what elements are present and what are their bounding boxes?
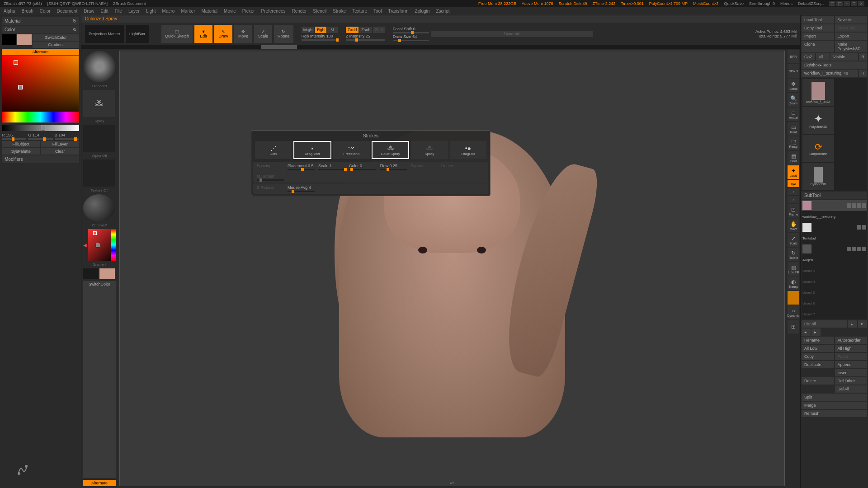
menu-zplugin[interactable]: Zplugin: [415, 9, 430, 14]
syspalette-button[interactable]: SysPalette: [2, 148, 40, 155]
window-btn-1[interactable]: ▢: [829, 1, 835, 6]
dynamic-button[interactable]: Dynamic: [431, 31, 593, 37]
alpha-thumbnail[interactable]: [83, 125, 115, 152]
menu-stencil[interactable]: Stencil: [313, 9, 326, 14]
rotate-button[interactable]: ↻Rotate: [274, 25, 293, 43]
tool-thumb-2[interactable]: ✦PolyMesh3D: [802, 107, 834, 134]
menu-marker[interactable]: Marker: [181, 9, 195, 14]
edit-button[interactable]: ▼Edit: [194, 25, 212, 43]
remesh-button[interactable]: Remesh: [802, 410, 867, 417]
zcut-button[interactable]: Zcut: [373, 27, 385, 33]
move-button[interactable]: ✥Move: [234, 25, 252, 43]
menu-draw[interactable]: Draw: [84, 9, 94, 14]
actual-button[interactable]: □Actual: [788, 108, 799, 121]
m-button[interactable]: M: [327, 27, 338, 33]
transp-button[interactable]: ◐Transp: [788, 277, 799, 290]
autoreorder-button[interactable]: AutoReorder: [835, 337, 868, 344]
nav-last-button[interactable]: ⊞: [788, 320, 799, 333]
menu-movie[interactable]: Movie: [224, 9, 236, 14]
tool-name-field[interactable]: workflow_I_texturing. 48: [802, 70, 858, 77]
z-intensity-slider[interactable]: Z Intensity 25: [346, 34, 385, 41]
viewport-resize-handle[interactable]: ▴▾: [450, 480, 454, 485]
subtool-down-button[interactable]: ▾: [858, 320, 867, 328]
nav-dot-2[interactable]: ○: [788, 196, 799, 203]
zoom-button[interactable]: 🔍Zoom: [788, 93, 799, 107]
subtool-item-4[interactable]: Augen: [802, 254, 867, 265]
gray-slider[interactable]: [2, 125, 79, 131]
xyz-button[interactable]: xyz: [788, 180, 799, 187]
linefill-button[interactable]: ▦Line Fill: [788, 262, 799, 276]
placement-slider[interactable]: Placement 0.5: [288, 164, 315, 168]
goz-button[interactable]: GoZ: [802, 53, 815, 61]
bpr-button[interactable]: BPR: [788, 50, 799, 63]
focal-shift-slider[interactable]: Focal Shift 0: [393, 27, 429, 33]
primary-swatch-2[interactable]: [99, 268, 115, 279]
zadd-button[interactable]: Zadd: [346, 27, 359, 33]
list-all-button[interactable]: List All: [802, 320, 847, 328]
r-value[interactable]: R 155: [2, 133, 13, 137]
dynamic-nav-button[interactable]: ○Dynamic: [788, 305, 799, 319]
alternate-button[interactable]: Alternate: [2, 49, 79, 55]
menu-file[interactable]: File: [115, 9, 122, 14]
scale-button[interactable]: ⤢Scale: [254, 25, 272, 43]
merge-button[interactable]: Merge: [802, 402, 867, 409]
menu-render[interactable]: Render: [292, 9, 307, 14]
nav-dot-1[interactable]: ○: [788, 188, 799, 195]
menu-alpha[interactable]: Alpha: [4, 9, 15, 14]
draw-size-slider[interactable]: Draw Size 64: [393, 34, 429, 41]
subtool-item-3[interactable]: [802, 244, 867, 254]
mouse-avg-slider[interactable]: Mouse Avg 4: [288, 185, 315, 190]
rename-button[interactable]: Rename: [802, 337, 834, 344]
make-polymesh-button[interactable]: Make PolyMesh3D: [835, 41, 868, 52]
primary-color-swatch[interactable]: [17, 34, 32, 45]
window-btn-2[interactable]: ▢: [836, 1, 843, 6]
secondary-color-swatch[interactable]: [2, 34, 16, 45]
stroke-dots[interactable]: ⋰Dots: [255, 141, 292, 159]
insert-button[interactable]: Insert: [835, 369, 868, 376]
stroke-freehand[interactable]: 〰FreeHand: [333, 141, 370, 159]
minimize-button[interactable]: −: [844, 1, 850, 6]
frame-button[interactable]: ⊡Frame: [788, 204, 799, 218]
import-button[interactable]: Import: [802, 33, 834, 40]
subtool-item-9[interactable]: Unaut 7: [802, 309, 867, 319]
subtool-header[interactable]: SubTool: [802, 192, 867, 199]
quicksketch-button[interactable]: ⬚Quick Sketch: [161, 25, 193, 43]
menu-zscript[interactable]: Zscript: [436, 9, 449, 14]
stroke-colorspray[interactable]: ⁂Color Spray: [372, 141, 409, 159]
viewport[interactable]: Strokes ⋰Dots ▪DragRect 〰FreeHand ⁂Color…: [119, 51, 785, 486]
menu-edit[interactable]: Edit: [101, 9, 108, 14]
menu-texture[interactable]: Texture: [352, 9, 367, 14]
maximize-button[interactable]: □: [851, 1, 857, 6]
menu-stroke[interactable]: Stroke: [333, 9, 346, 14]
copy-tool-button[interactable]: Copy Tool: [802, 24, 834, 32]
default-script[interactable]: DefaultZScript: [798, 1, 824, 6]
paste-tool-button[interactable]: Paste Tool: [835, 24, 868, 32]
real-button[interactable]: ▭Real: [788, 122, 799, 136]
switchcolor-button[interactable]: SwitchColor: [33, 34, 79, 41]
stroke-dragrect[interactable]: ▪DragRect: [293, 141, 331, 159]
projection-master-button[interactable]: Projection Master: [85, 25, 124, 43]
color-header[interactable]: Color↻: [2, 26, 79, 33]
draw-button[interactable]: ✎Draw: [214, 25, 232, 43]
menu-tool[interactable]: Tool: [373, 9, 382, 14]
delete-button[interactable]: Delete: [802, 377, 834, 385]
alternate-button-2[interactable]: Alternate: [83, 480, 116, 486]
quicksave-button[interactable]: QuickSave: [724, 1, 744, 6]
nav-move-button[interactable]: ✋Move: [788, 219, 799, 232]
secondary-swatch-2[interactable]: [83, 268, 99, 279]
filllayer-button[interactable]: FillLayer: [41, 141, 80, 147]
gradient-button[interactable]: Gradient: [33, 42, 79, 48]
subtool-prev-button[interactable]: ◂: [802, 328, 811, 336]
subtool-next-button[interactable]: ▸: [811, 328, 821, 336]
menu-material[interactable]: Material: [202, 9, 218, 14]
append-button[interactable]: Append: [835, 361, 868, 368]
menu-document[interactable]: Document: [57, 9, 78, 14]
all-high-button[interactable]: All High: [835, 345, 868, 352]
subtool-item-0[interactable]: [802, 200, 867, 211]
persp-button[interactable]: ⬚Persp: [788, 136, 799, 150]
goz-all-button[interactable]: All: [816, 53, 830, 61]
stroke-spray[interactable]: ⁂Spray: [411, 141, 448, 159]
subtool-item-7[interactable]: Unaut 5: [802, 287, 867, 298]
switchcolor-button-2[interactable]: SwitchColor: [83, 281, 116, 478]
menu-picker[interactable]: Picker: [242, 9, 255, 14]
